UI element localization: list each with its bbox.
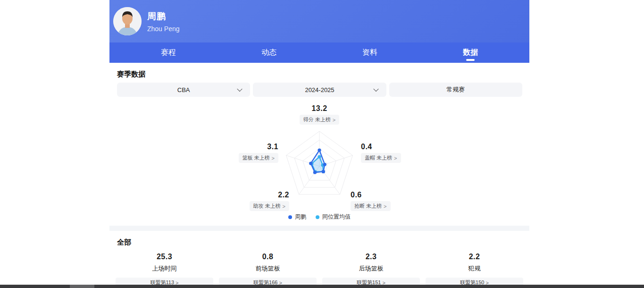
legend-label: 周鹏 <box>295 213 306 221</box>
stat-value: 25.3 <box>157 253 172 261</box>
tab-label: 资料 <box>362 48 377 58</box>
player-names: 周鹏 Zhou Peng <box>147 10 180 33</box>
chevron-right-icon: > <box>384 203 386 209</box>
tab-赛程[interactable]: 赛程 <box>118 42 219 63</box>
player-avatar <box>113 7 142 35</box>
stat-前场篮板: 0.8前场篮板联盟第166> <box>216 253 319 288</box>
radar-point <box>323 163 326 166</box>
chevron-down-icon <box>373 86 378 92</box>
stat-上场时间: 25.3上场时间联盟第113> <box>113 253 216 288</box>
stats-row: 25.3上场时间联盟第113>0.8前场篮板联盟第166>2.3后场篮板联盟第1… <box>109 253 529 288</box>
stat-value: 0.8 <box>262 253 274 261</box>
axis-value: 0.6 <box>351 191 362 199</box>
radar-axis-抢断: 0.6抢断 未上榜> <box>351 191 391 211</box>
legend-dot-icon <box>316 215 319 219</box>
axis-rank-link[interactable]: 篮板 未上榜> <box>239 153 279 163</box>
all-section-title: 全部 <box>117 238 131 247</box>
axis-rank-text: 盖帽 未上榜 <box>365 154 392 161</box>
axis-rank-text: 助攻 未上榜 <box>253 203 281 210</box>
stat-label: 后场篮板 <box>359 264 384 273</box>
chevron-down-icon <box>237 86 243 92</box>
avatar-photo-icon <box>113 7 142 35</box>
axis-rank-link[interactable]: 助攻 未上榜> <box>250 201 290 211</box>
chart-legend: 周鹏同位置均值 <box>109 213 529 221</box>
player-stats-panel: 周鹏 Zhou Peng 赛程动态资料数据 赛季数据 CBA2024-2025常… <box>109 0 529 288</box>
legend-label: 同位置均值 <box>322 213 351 221</box>
radar-axis-助攻: 2.2助攻 未上榜> <box>250 191 290 211</box>
stat-犯规: 2.2犯规联盟第150> <box>423 253 526 288</box>
radar-axis-篮板: 3.1篮板 未上榜> <box>239 143 279 163</box>
season-data-title: 赛季数据 <box>117 70 145 79</box>
filter-dropdown-CBA[interactable]: CBA <box>117 83 250 97</box>
axis-rank-link[interactable]: 抢断 未上榜> <box>351 201 391 211</box>
axis-rank-text: 抢断 未上榜 <box>354 203 382 210</box>
tab-label: 数据 <box>463 48 478 58</box>
filter-label: CBA <box>177 86 190 93</box>
legend-dot-icon <box>288 215 292 219</box>
filter-row: CBA2024-2025常规赛 <box>117 83 522 97</box>
horizontal-scrollbar[interactable] <box>0 285 644 288</box>
chevron-right-icon: > <box>272 155 275 161</box>
axis-value: 2.2 <box>278 191 289 199</box>
tab-数据[interactable]: 数据 <box>420 42 521 63</box>
tab-资料[interactable]: 资料 <box>319 42 420 63</box>
legend-item-周鹏[interactable]: 周鹏 <box>288 213 306 221</box>
axis-rank-text: 篮板 未上榜 <box>243 154 270 161</box>
radar-point <box>322 170 325 173</box>
player-name: 周鹏 <box>147 10 180 23</box>
tab-label: 动态 <box>261 48 276 58</box>
radar-axis-盖帽: 0.4盖帽 未上榜> <box>361 143 401 163</box>
filter-label: 2024-2025 <box>305 86 334 93</box>
filter-dropdown-常规赛[interactable]: 常规赛 <box>389 83 522 97</box>
active-tab-underline <box>466 59 475 61</box>
tab-动态[interactable]: 动态 <box>219 42 320 63</box>
stat-label: 犯规 <box>468 264 481 273</box>
axis-rank-text: 得分 未上榜 <box>303 116 331 123</box>
legend-item-同位置均值[interactable]: 同位置均值 <box>316 213 351 221</box>
radar-chart <box>277 124 362 209</box>
filter-label: 常规赛 <box>446 85 465 94</box>
radar-axis-得分: 13.2得分 未上榜> <box>109 104 529 125</box>
axis-rank-link[interactable]: 盖帽 未上榜> <box>361 153 401 163</box>
stat-value: 2.2 <box>469 253 480 261</box>
axis-value: 3.1 <box>267 143 278 151</box>
tab-bar: 赛程动态资料数据 <box>109 42 529 63</box>
filter-dropdown-2024-2025[interactable]: 2024-2025 <box>253 83 386 97</box>
radar-point <box>318 148 321 152</box>
section-divider <box>109 226 529 231</box>
chevron-right-icon: > <box>394 155 397 161</box>
chevron-right-icon: > <box>333 117 335 123</box>
axis-value: 0.4 <box>361 143 372 151</box>
radar-point <box>313 171 317 174</box>
scrollbar-thumb[interactable] <box>70 285 94 288</box>
stat-label: 前场篮板 <box>256 264 280 273</box>
radar-point <box>309 162 312 165</box>
stat-value: 2.3 <box>366 253 377 261</box>
tab-label: 赛程 <box>161 48 176 58</box>
axis-value: 13.2 <box>311 104 327 113</box>
player-header: 周鹏 Zhou Peng <box>109 0 529 42</box>
page: 周鹏 Zhou Peng 赛程动态资料数据 赛季数据 CBA2024-2025常… <box>0 0 644 288</box>
stat-后场篮板: 2.3后场篮板联盟第151> <box>319 253 423 288</box>
player-name-en: Zhou Peng <box>147 25 180 33</box>
chevron-right-icon: > <box>283 203 285 209</box>
radar-chart-area: 13.2得分 未上榜>0.4盖帽 未上榜>0.6抢断 未上榜>2.2助攻 未上榜… <box>109 102 529 222</box>
stat-label: 上场时间 <box>152 264 177 273</box>
axis-rank-link[interactable]: 得分 未上榜> <box>300 115 340 125</box>
